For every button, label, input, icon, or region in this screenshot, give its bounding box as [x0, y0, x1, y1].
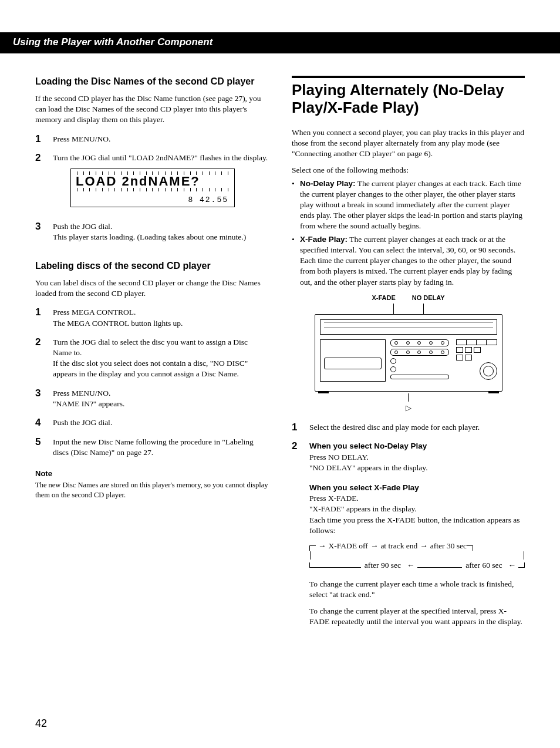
step-number: 2 — [292, 441, 301, 633]
arrow-icon: ← — [508, 560, 517, 571]
xfade-cycle-diagram: → X-FADE off → at track end → after 30 s… — [309, 541, 525, 570]
section-header-bar: Using the Player with Another Component — [0, 32, 560, 53]
bullet-xfade: X-Fade Play: The current player changes … — [292, 234, 525, 288]
right-column: Playing Alternately (No-Delay Play/X-Fad… — [292, 76, 525, 641]
step-text: Each time you press the X-FADE button, t… — [309, 515, 520, 535]
arrow-icon: → — [420, 541, 428, 551]
callout-nodelay: NO DELAY — [412, 294, 445, 302]
lcd-display-illustration: LOAD 2ndNAME? 8 42.55 — [70, 169, 235, 207]
step-number: 3 — [35, 221, 45, 242]
bullet-nodelay: No-Delay Play: The current player change… — [292, 178, 525, 232]
step-text: "NAME IN?" appears. — [53, 399, 124, 408]
subhead-labeling: Labeling discs of the second CD player — [35, 260, 268, 272]
step-text: This player starts loading. (Loading tak… — [53, 233, 246, 241]
step-number: 4 — [35, 417, 45, 429]
bullet-label: No-Delay Play: — [300, 179, 356, 188]
step-text: To change the current player each time a… — [309, 579, 525, 600]
step-body: Push the JOG dial. — [53, 417, 268, 429]
step-text: Press X-FADE. — [309, 494, 359, 503]
two-column-layout: Loading the Disc Names of the second CD … — [35, 76, 525, 641]
cycle-opt: after 30 sec — [430, 541, 467, 551]
step-4: 4 Push the JOG dial. — [35, 417, 268, 429]
step-text: Press MEGA CONTROL. — [53, 308, 136, 316]
step-number: 2 — [35, 337, 45, 380]
intro-p1: When you connect a second player, you ca… — [292, 127, 525, 160]
step-3: 3 Press MENU/NO. "NAME IN?" appears. — [35, 388, 268, 409]
step-body: Press MEGA CONTROL. The MEGA CONTROL but… — [53, 307, 268, 328]
steps-playing: 1 Select the desired disc and play mode … — [292, 422, 525, 634]
sub-head: When you select No-Delay Play — [309, 441, 525, 452]
step-body: Press MENU/NO. "NAME IN?" appears. — [53, 388, 268, 409]
subhead-loading: Loading the Disc Names of the second CD … — [35, 76, 268, 87]
step-number: 2 — [35, 153, 45, 213]
cycle-opt: after 90 sec — [361, 560, 404, 571]
step-5: 5 Input the new Disc Name following the … — [35, 437, 268, 458]
note-text: The new Disc Names are stored on this pl… — [35, 480, 268, 500]
arrow-icon: ← — [407, 560, 415, 571]
step-body: When you select No-Delay Play Press NO D… — [309, 441, 525, 633]
step-2: 2 Turn the JOG dial until "LOAD 2ndNAME?… — [35, 153, 268, 213]
step-text: To change the current player at the spec… — [309, 606, 525, 627]
step-body: Press MENU/NO. — [53, 134, 268, 145]
step-text: "NO DELAY" appears in the display. — [309, 463, 428, 472]
left-column: Loading the Disc Names of the second CD … — [35, 76, 268, 641]
bullet-label: X-Fade Play: — [300, 235, 348, 244]
intro-p2: Select one of the following methods: — [292, 165, 525, 176]
step-text: If the disc slot you select does not con… — [53, 359, 248, 378]
sub-head: When you select X-Fade Play — [309, 483, 525, 493]
intro-loading: If the second CD player has the Disc Nam… — [35, 93, 268, 126]
step-number: 3 — [35, 388, 45, 409]
note-heading: Note — [35, 469, 268, 479]
step-text: Push the JOG dial. — [53, 222, 112, 231]
method-list: No-Delay Play: The current player change… — [292, 178, 525, 288]
display-main-text: LOAD 2ndNAME? — [76, 175, 230, 188]
arrow-icon: → — [318, 541, 326, 551]
step-body: Select the desired disc and play mode fo… — [309, 422, 525, 433]
play-icon: ▷ — [315, 404, 502, 412]
arrow-icon: → — [370, 541, 379, 551]
step-body: Push the JOG dial. This player starts lo… — [53, 221, 268, 242]
callout-xfade: X-FADE — [372, 294, 395, 302]
manual-page: Using the Player with Another Component … — [0, 0, 560, 748]
step-number: 5 — [35, 437, 45, 458]
page-number: 42 — [35, 716, 47, 730]
step-2: 2 Turn the JOG dial to select the disc y… — [35, 337, 268, 380]
cycle-opt: after 60 sec — [462, 560, 505, 571]
step-text: Turn the JOG dial until "LOAD 2ndNAME?" … — [53, 153, 268, 162]
cycle-opt: X-FADE off — [329, 541, 368, 551]
cycle-opt: at track end — [380, 541, 417, 551]
step-body: Input the new Disc Name following the pr… — [53, 437, 268, 458]
steps-loading: 1 Press MENU/NO. 2 Turn the JOG dial unt… — [35, 134, 268, 242]
major-heading: Playing Alternately (No-Delay Play/X-Fad… — [292, 76, 525, 117]
step-2: 2 When you select No-Delay Play Press NO… — [292, 441, 525, 633]
cd-player-front — [315, 314, 502, 392]
step-1: 1 Select the desired disc and play mode … — [292, 422, 525, 433]
step-text: The MEGA CONTROL button lights up. — [53, 319, 183, 328]
step-number: 1 — [292, 422, 301, 433]
step-text: "X-FADE" appears in the display. — [309, 504, 417, 513]
step-text: Turn the JOG dial to select the disc you… — [53, 338, 248, 357]
display-sub-text: 8 42.55 — [188, 195, 228, 205]
step-body: Turn the JOG dial until "LOAD 2ndNAME?" … — [53, 153, 268, 213]
step-3: 3 Push the JOG dial. This player starts … — [35, 221, 268, 242]
step-1: 1 Press MENU/NO. — [35, 134, 268, 145]
step-1: 1 Press MEGA CONTROL. The MEGA CONTROL b… — [35, 307, 268, 328]
steps-labeling: 1 Press MEGA CONTROL. The MEGA CONTROL b… — [35, 307, 268, 458]
device-illustration: X-FADE NO DELAY — [315, 294, 502, 412]
step-text: Press MENU/NO. — [53, 389, 110, 397]
step-number: 1 — [35, 307, 45, 328]
intro-labeling: You can label discs of the second CD pla… — [35, 278, 268, 299]
tick-row — [76, 188, 230, 193]
step-body: Turn the JOG dial to select the disc you… — [53, 337, 268, 380]
step-number: 1 — [35, 134, 45, 145]
step-text: Press NO DELAY. — [309, 453, 369, 461]
